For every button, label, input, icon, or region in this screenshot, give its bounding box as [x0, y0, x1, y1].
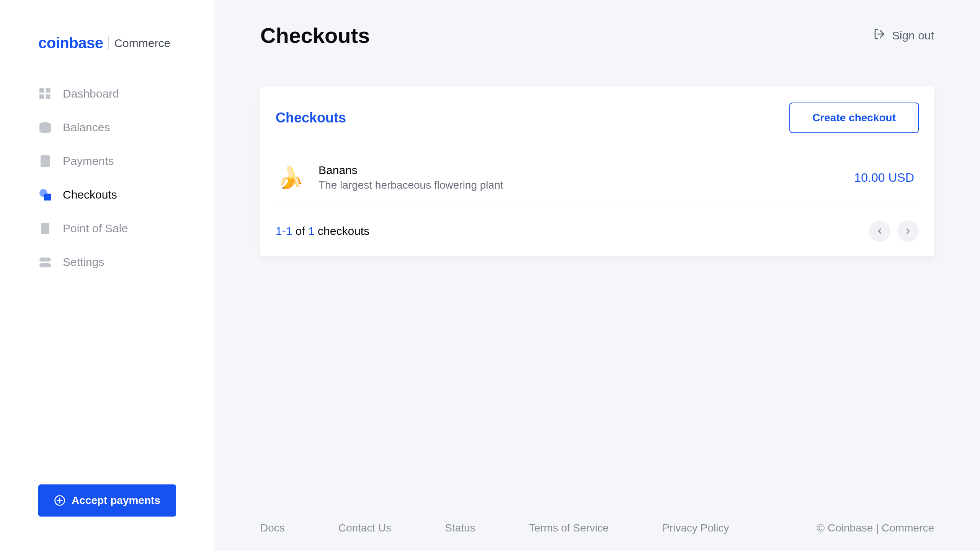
sidebar-item-balances[interactable]: Balances: [23, 112, 191, 143]
grid-icon: [38, 87, 52, 101]
counter-total: 1: [308, 225, 315, 237]
counter-range: 1-1: [276, 225, 292, 237]
brand-logo: coinbase Commerce: [0, 34, 214, 78]
calculator-icon: [38, 222, 52, 235]
svg-rect-7: [42, 160, 48, 161]
sidebar-item-dashboard[interactable]: Dashboard: [23, 78, 191, 109]
pager-prev-button[interactable]: [869, 220, 890, 242]
banana-icon: 🍌: [277, 165, 304, 190]
sidebar-item-pos[interactable]: Point of Sale: [23, 213, 191, 244]
sidebar-item-settings[interactable]: Settings: [23, 247, 191, 277]
footer-link-contact[interactable]: Contact Us: [338, 522, 392, 534]
svg-point-17: [44, 231, 46, 232]
footer-link-privacy[interactable]: Privacy Policy: [662, 522, 729, 534]
card-footer: 1-1 of 1 checkouts: [276, 207, 919, 256]
sidebar: coinbase Commerce Dashboard Balances Pay…: [0, 0, 214, 551]
svg-rect-12: [43, 225, 47, 227]
main-header: Checkouts Sign out: [260, 15, 934, 71]
sign-out-link[interactable]: Sign out: [874, 28, 934, 43]
footer-copyright: © Coinbase | Commerce: [817, 522, 934, 534]
footer-link-docs[interactable]: Docs: [260, 522, 285, 534]
svg-rect-1: [46, 88, 51, 93]
svg-rect-0: [39, 88, 44, 93]
svg-point-16: [43, 231, 44, 232]
sidebar-item-payments[interactable]: Payments: [23, 146, 191, 176]
product-thumb: 🍌: [276, 163, 305, 192]
sidebar-nav: Dashboard Balances Payments Checkouts Po: [0, 78, 214, 277]
svg-rect-2: [39, 95, 44, 99]
footer: Docs Contact Us Status Terms of Service …: [260, 508, 934, 551]
chevron-right-icon: [904, 227, 912, 235]
svg-rect-3: [46, 95, 51, 99]
chevron-left-icon: [875, 227, 884, 235]
signout-icon: [874, 28, 886, 43]
footer-link-status[interactable]: Status: [445, 522, 475, 534]
footer-link-tos[interactable]: Terms of Service: [529, 522, 609, 534]
svg-rect-10: [44, 194, 51, 201]
receipt-icon: [38, 154, 52, 168]
toggles-icon: [38, 255, 52, 269]
sidebar-item-label: Dashboard: [63, 87, 119, 100]
checkout-name: Banans: [318, 164, 841, 177]
divider: [260, 71, 934, 71]
checkouts-icon: [38, 188, 52, 202]
sidebar-item-label: Balances: [63, 121, 110, 134]
checkout-price: 10.00 USD: [854, 171, 919, 185]
brand-sub: Commerce: [114, 37, 170, 50]
counter-suffix: checkouts: [318, 225, 369, 237]
sidebar-item-label: Checkouts: [63, 188, 117, 201]
checkouts-card: Checkouts Create checkout 🍌 Banans The l…: [260, 86, 934, 256]
svg-rect-6: [42, 158, 48, 159]
sidebar-item-label: Payments: [63, 155, 114, 168]
page-title: Checkouts: [260, 23, 370, 48]
plus-circle-icon: [54, 495, 65, 506]
counter-of: of: [296, 225, 305, 237]
coins-icon: [38, 121, 52, 134]
create-checkout-button[interactable]: Create checkout: [789, 103, 919, 133]
accept-payments-label: Accept payments: [72, 494, 160, 507]
brand-divider: [108, 36, 109, 50]
checkout-desc: The largest herbaceous flowering plant: [318, 179, 841, 191]
sidebar-item-label: Settings: [63, 256, 104, 269]
accept-payments-button[interactable]: Accept payments: [38, 484, 176, 517]
card-title: Checkouts: [276, 110, 346, 126]
pager: [869, 220, 919, 242]
main: Checkouts Sign out Checkouts Create chec…: [214, 0, 980, 551]
sidebar-item-label: Point of Sale: [63, 222, 128, 235]
checkout-text: Banans The largest herbaceous flowering …: [318, 164, 841, 191]
checkout-row[interactable]: 🍌 Banans The largest herbaceous flowerin…: [276, 148, 919, 207]
pagination-counter: 1-1 of 1 checkouts: [276, 225, 369, 238]
svg-rect-8: [42, 162, 46, 163]
svg-point-14: [44, 228, 46, 230]
svg-point-20: [41, 258, 44, 261]
svg-point-18: [46, 231, 48, 232]
svg-point-15: [46, 228, 48, 230]
svg-point-13: [43, 228, 44, 230]
svg-point-22: [47, 264, 50, 267]
sidebar-item-checkouts[interactable]: Checkouts: [23, 179, 191, 210]
footer-links: Docs Contact Us Status Terms of Service …: [260, 522, 729, 534]
pager-next-button[interactable]: [897, 220, 919, 242]
brand-main: coinbase: [38, 34, 103, 52]
card-header: Checkouts Create checkout: [276, 103, 919, 148]
sign-out-label: Sign out: [892, 29, 934, 42]
